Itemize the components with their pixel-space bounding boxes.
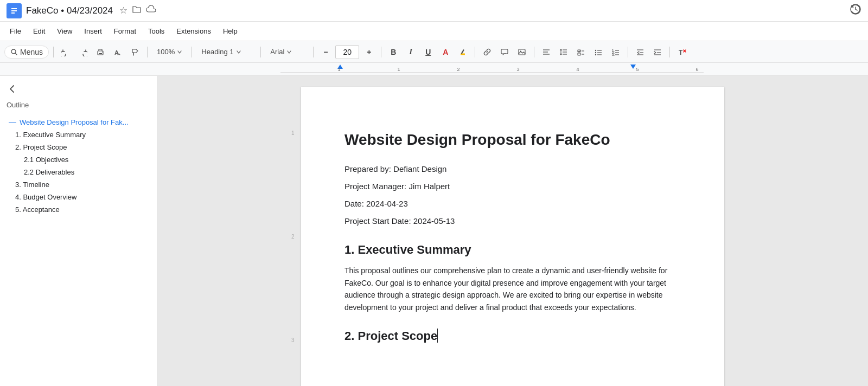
svg-rect-20 [578, 53, 580, 55]
svg-point-26 [595, 54, 596, 55]
menu-edit[interactable]: Edit [28, 25, 50, 37]
ruler-svg: 1 1 2 3 4 5 6 [280, 65, 704, 75]
checklist-btn[interactable] [573, 44, 589, 60]
page-marker-2: 2 [291, 234, 295, 240]
menu-bar: File Edit View Insert Format Tools Exten… [0, 22, 868, 41]
svg-text:A: A [114, 49, 119, 56]
underline-btn[interactable]: U [420, 44, 436, 60]
line-spacing-btn[interactable] [556, 44, 571, 60]
separator5 [313, 47, 314, 57]
title-icons: ☆ [119, 4, 157, 17]
decrease-font-btn[interactable]: − [318, 44, 333, 60]
document-area[interactable]: 1 2 3 4 5 Website Design Proposal for Fa… [157, 76, 868, 386]
print-btn[interactable] [93, 46, 108, 59]
folder-icon[interactable] [132, 4, 142, 17]
section1-title: 1. Executive Summary [344, 243, 681, 257]
outline-h1-label: Website Design Proposal for Fak... [20, 118, 129, 126]
document-page[interactable]: Website Design Proposal for FakeCo Prepa… [301, 87, 724, 386]
clear-format-btn[interactable]: T [674, 44, 690, 60]
search-icon [10, 48, 18, 56]
outline-item-budget[interactable]: 4. Budget Overview [4, 191, 152, 203]
text-cursor [437, 329, 438, 343]
separator [53, 47, 54, 57]
page-marker-3: 3 [291, 337, 295, 343]
link-btn[interactable] [480, 44, 495, 60]
svg-rect-9 [501, 49, 508, 54]
text-color-btn[interactable]: A [438, 44, 453, 60]
menu-file[interactable]: File [4, 25, 27, 37]
toolbar: Menus A 100% Heading 1 Arial − 20 + [0, 41, 868, 63]
menu-format[interactable]: Format [108, 25, 142, 37]
menu-extensions[interactable]: Extensions [171, 25, 216, 37]
ruler-inner: 1 1 2 3 4 5 6 [280, 65, 704, 75]
svg-text:4: 4 [576, 67, 579, 72]
italic-btn[interactable]: I [403, 44, 418, 60]
numbered-list-btn[interactable]: 1.2.3. [608, 44, 623, 60]
redo-btn[interactable] [75, 46, 91, 59]
outline-h1-item[interactable]: — Website Design Proposal for Fak... [4, 115, 152, 128]
cloud-icon[interactable] [146, 4, 157, 17]
separator4 [260, 47, 261, 57]
outline-item-executive-summary[interactable]: 1. Executive Summary [4, 128, 152, 141]
separator8 [534, 47, 534, 57]
document-title[interactable]: FakeCo • 04/23/2024 [26, 5, 113, 16]
zoom-chevron-icon [177, 49, 182, 55]
highlight-btn[interactable] [455, 44, 470, 60]
bullet-list-btn[interactable] [591, 44, 606, 60]
doc-start-date: Project Start Date: 2024-05-13 [344, 215, 681, 228]
svg-rect-5 [99, 53, 102, 54]
svg-text:6: 6 [695, 67, 698, 72]
doc-prepared-by: Prepared by: Defiant Design [344, 163, 681, 176]
back-button[interactable] [4, 82, 152, 95]
svg-point-22 [595, 49, 596, 50]
svg-text:2: 2 [457, 67, 459, 72]
svg-line-3 [15, 53, 17, 55]
outline-item-project-scope[interactable]: 2. Project Scope [4, 141, 152, 153]
font-size-input[interactable]: 20 [335, 45, 359, 59]
outline-item-objectives[interactable]: 2.1 Objectives [4, 153, 152, 166]
svg-text:3: 3 [516, 67, 519, 72]
menu-tools[interactable]: Tools [143, 25, 170, 37]
separator9 [628, 47, 628, 57]
bold-btn[interactable]: B [386, 44, 401, 60]
style-dropdown[interactable]: Heading 1 [196, 46, 256, 58]
decrease-indent-btn[interactable] [633, 44, 648, 60]
zoom-dropdown[interactable]: 100% [152, 46, 187, 58]
main-layout: Outline — Website Design Proposal for Fa… [0, 76, 868, 386]
svg-text:T: T [679, 49, 683, 56]
increase-indent-btn[interactable] [650, 44, 665, 60]
svg-point-6 [102, 52, 103, 53]
outline-dash: — [9, 118, 16, 126]
doc-date: Date: 2024-04-23 [344, 197, 681, 210]
style-label: Heading 1 [201, 48, 233, 56]
history-icon[interactable] [850, 3, 861, 18]
align-btn[interactable] [539, 44, 554, 60]
comment-btn[interactable] [497, 44, 512, 60]
font-label: Arial [270, 48, 284, 56]
paint-format-btn[interactable] [127, 46, 143, 59]
style-chevron-icon [236, 49, 241, 55]
svg-marker-44 [630, 65, 636, 69]
menu-view[interactable]: View [52, 25, 78, 37]
star-icon[interactable]: ☆ [119, 5, 127, 16]
undo-btn[interactable] [58, 46, 73, 59]
svg-text:3.: 3. [612, 53, 615, 56]
svg-text:1: 1 [337, 67, 340, 72]
separator6 [381, 47, 381, 57]
outline-item-acceptance[interactable]: 5. Acceptance [4, 203, 152, 216]
separator3 [192, 47, 192, 57]
search-menus-label: Menus [20, 48, 43, 56]
outline-item-timeline[interactable]: 3. Timeline [4, 178, 152, 191]
outline-item-deliverables[interactable]: 2.2 Deliverables [4, 166, 152, 178]
document-title: Website Design Proposal for FakeCo [344, 130, 681, 150]
title-bar: FakeCo • 04/23/2024 ☆ [0, 0, 868, 22]
image-btn[interactable] [514, 44, 529, 60]
menu-help[interactable]: Help [218, 25, 243, 37]
menu-insert[interactable]: Insert [79, 25, 107, 37]
font-dropdown[interactable]: Arial [265, 46, 309, 58]
search-menus-btn[interactable]: Menus [4, 46, 49, 59]
svg-text:1: 1 [397, 67, 400, 72]
font-chevron-icon [286, 49, 292, 55]
spellcheck-btn[interactable]: A [110, 46, 125, 59]
increase-font-btn[interactable]: + [361, 44, 376, 60]
